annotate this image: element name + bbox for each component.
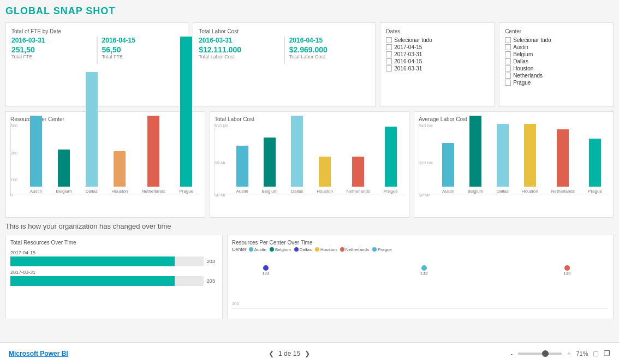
- hbar-fill: [10, 276, 175, 286]
- bar-label: Prague: [384, 189, 398, 194]
- filter-checkbox[interactable]: [386, 44, 392, 50]
- labor-date-2: 2016-04-15: [289, 37, 370, 44]
- legend-item: Belgium: [270, 247, 291, 252]
- center-filter-item[interactable]: Dallas: [505, 58, 608, 64]
- filter-checkbox[interactable]: [386, 58, 392, 64]
- hbar-label: 2017-04-15: [10, 250, 218, 255]
- bar: [114, 151, 126, 187]
- filter-checkbox[interactable]: [505, 65, 511, 71]
- zoom-slider[interactable]: [518, 353, 562, 355]
- dates-filter-card: Dates Selecionar tudo2017-04-152017-03-3…: [380, 22, 495, 107]
- bar-label: Dallas: [496, 189, 508, 194]
- dates-filter-item[interactable]: 2016-04-15: [386, 58, 489, 64]
- tlc-y-mid: $5 Mi: [215, 160, 225, 165]
- bar-label: Netherlands: [142, 189, 165, 194]
- center-filter-item[interactable]: Houston: [505, 65, 608, 71]
- filter-checkbox[interactable]: [505, 80, 511, 86]
- bar-label: Houston: [522, 189, 538, 194]
- bar: [147, 116, 159, 187]
- bar: [236, 146, 248, 187]
- dates-filter-title: Dates: [386, 28, 489, 34]
- bar-label: Belgium: [56, 189, 72, 194]
- hbar-track: [10, 256, 204, 266]
- prev-page-button[interactable]: ❮: [269, 350, 274, 357]
- scatter-point: 133: [262, 265, 269, 276]
- zoom-thumb[interactable]: [542, 350, 549, 357]
- filter-checkbox[interactable]: [386, 51, 392, 57]
- filter-label: 2016-04-15: [394, 58, 422, 64]
- zoom-plus-button[interactable]: +: [567, 350, 570, 357]
- filter-label: 2016-03-31: [394, 65, 422, 71]
- alc-chart-title: Average Labor Cost: [419, 116, 609, 122]
- legend-dot: [270, 247, 274, 252]
- bar: [291, 116, 303, 187]
- legend-item: Dallas: [294, 247, 312, 252]
- bar: [442, 143, 454, 187]
- legend-dot: [340, 247, 344, 252]
- legend-label: Austin: [254, 247, 266, 252]
- fte-date-2: 2016-04-15: [102, 37, 183, 44]
- center-filter-item[interactable]: Netherlands: [505, 73, 608, 79]
- hbar-row: 203: [10, 276, 218, 286]
- bar-group: Austin: [30, 116, 42, 194]
- hbar-track: [10, 276, 204, 286]
- center-filter-item[interactable]: Selecionar tudo: [505, 37, 608, 43]
- bar-label: Belgium: [467, 189, 483, 194]
- filter-checkbox[interactable]: [386, 65, 392, 71]
- bar-group: Belgium: [56, 150, 72, 194]
- resources-per-center-chart: Resources Per Center 300 200 100 0 Austi…: [5, 111, 205, 218]
- hbar-item: 2017-04-15 203: [10, 250, 218, 266]
- bar-group: Dallas: [86, 72, 98, 194]
- zoom-minus-button[interactable]: -: [510, 350, 513, 357]
- footer-brand[interactable]: Microsoft Power BI: [9, 350, 68, 357]
- bar: [180, 37, 192, 187]
- scatter-dot: [421, 265, 427, 271]
- alc-bars-container: Austin Belgium Dallas Houston Netherland…: [419, 123, 609, 194]
- filter-checkbox[interactable]: [505, 37, 511, 43]
- bar-group: Belgium: [261, 138, 277, 194]
- filter-checkbox[interactable]: [386, 37, 392, 43]
- bar-group: Austin: [236, 146, 248, 194]
- tlc-y-zero: $0 Mi: [215, 193, 225, 198]
- filter-checkbox[interactable]: [505, 73, 511, 79]
- filter-checkbox[interactable]: [505, 58, 511, 64]
- alc-y-max: $40 Mil: [419, 123, 433, 128]
- dates-filter-item[interactable]: 2017-04-15: [386, 44, 489, 50]
- legend-dot: [294, 247, 299, 252]
- scatter-label: 133: [563, 271, 570, 276]
- hbar-row: 203: [10, 256, 218, 266]
- bar-group: Netherlands: [142, 116, 165, 194]
- filter-label: 2017-04-15: [394, 44, 422, 50]
- center-filter-item[interactable]: Belgium: [505, 51, 608, 57]
- center-filter-item[interactable]: Prague: [505, 80, 608, 86]
- fit-page-button[interactable]: □: [594, 349, 598, 358]
- rot-chart-title: Resources Per Center Over Time: [232, 240, 609, 246]
- tlc-bars-container: Austin Belgium Dallas Houston Netherland…: [215, 123, 404, 194]
- dates-filter-item[interactable]: Selecionar tudo: [386, 37, 489, 43]
- hbar-value: 203: [207, 278, 218, 284]
- rot-legend-label: Center: [232, 247, 247, 252]
- dates-filter-item[interactable]: 2017-03-31: [386, 51, 489, 57]
- filter-label: Belgium: [513, 51, 533, 57]
- fte-sublabel-2: Total FTE: [102, 54, 183, 59]
- rpc-y-zero: 0: [10, 193, 13, 198]
- page-title: GLOBAL SNAP SHOT: [5, 5, 614, 17]
- labor-sublabel-1: Total Labor Cost: [199, 54, 279, 59]
- filter-checkbox[interactable]: [505, 51, 511, 57]
- rpc-y-max: 300: [10, 123, 17, 128]
- filter-checkbox[interactable]: [505, 44, 511, 50]
- center-filter-item[interactable]: Austin: [505, 44, 608, 50]
- bar: [58, 150, 70, 187]
- dates-filter-item[interactable]: 2016-03-31: [386, 65, 489, 71]
- hbar-item: 2017-03-31 203: [10, 270, 218, 286]
- rot-y-label: 100: [232, 301, 239, 306]
- center-filter-list: Selecionar tudoAustinBelgiumDallasHousto…: [505, 37, 608, 86]
- scatter-point: 133: [563, 265, 570, 276]
- fullscreen-button[interactable]: ❐: [604, 349, 610, 357]
- next-page-button[interactable]: ❯: [305, 350, 310, 357]
- fte-value-2: 56,50: [102, 45, 183, 54]
- legend-dot: [315, 247, 319, 252]
- bar: [497, 124, 509, 187]
- bar: [352, 157, 364, 187]
- bar: [86, 72, 98, 187]
